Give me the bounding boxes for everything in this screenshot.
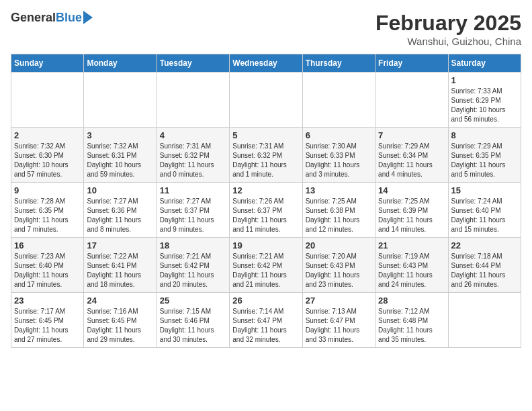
day-number: 9 [14,185,81,195]
day-number: 27 [306,295,372,306]
day-number: 12 [232,185,299,195]
day-info-text: Sunrise: 7:27 AM [160,197,226,206]
day-info-text: Daylight: 11 hours and 4 minutes. [378,161,445,179]
day-info-text: Sunset: 6:44 PM [451,261,518,271]
day-info-text: Sunrise: 7:18 AM [451,252,518,261]
calendar-day-cell: 14Sunrise: 7:25 AMSunset: 6:39 PMDayligh… [375,183,448,238]
day-info-text: Daylight: 11 hours and 21 minutes. [232,271,299,289]
day-info-text: Daylight: 11 hours and 1 minute. [232,161,299,179]
calendar-week-row: 9Sunrise: 7:28 AMSunset: 6:35 PMDaylight… [11,183,521,238]
calendar-day-cell: 1Sunrise: 7:33 AMSunset: 6:29 PMDaylight… [448,73,521,128]
day-info-text: Daylight: 11 hours and 12 minutes. [306,216,372,234]
day-info-text: Daylight: 11 hours and 3 minutes. [306,161,372,179]
day-info-text: Sunset: 6:38 PM [306,206,372,216]
day-of-week-header: Monday [84,54,157,73]
day-info-text: Sunrise: 7:23 AM [14,252,81,261]
calendar-day-cell: 8Sunrise: 7:29 AMSunset: 6:35 PMDaylight… [448,128,521,183]
calendar-day-cell: 26Sunrise: 7:14 AMSunset: 6:47 PMDayligh… [230,293,302,348]
day-info-text: Daylight: 11 hours and 24 minutes. [378,271,445,289]
day-info-text: Sunrise: 7:20 AM [306,252,372,261]
day-info-text: Sunset: 6:40 PM [14,261,81,271]
calendar-day-cell: 24Sunrise: 7:16 AMSunset: 6:45 PMDayligh… [84,293,157,348]
calendar-day-cell [157,73,229,128]
day-info-text: Daylight: 11 hours and 8 minutes. [87,216,153,234]
calendar-day-cell: 18Sunrise: 7:21 AMSunset: 6:42 PMDayligh… [157,238,229,293]
day-number: 10 [87,185,153,195]
day-info-text: Sunrise: 7:14 AM [232,307,299,316]
day-info-text: Sunset: 6:45 PM [87,316,153,326]
day-info-text: Daylight: 11 hours and 30 minutes. [160,326,226,345]
month-title: February 2025 [375,11,521,36]
calendar-table: SundayMondayTuesdayWednesdayThursdayFrid… [11,54,521,348]
day-info-text: Daylight: 11 hours and 20 minutes. [160,271,226,289]
calendar-day-cell: 23Sunrise: 7:17 AMSunset: 6:45 PMDayligh… [11,293,84,348]
calendar-day-cell: 28Sunrise: 7:12 AMSunset: 6:48 PMDayligh… [375,293,448,348]
calendar-day-cell: 11Sunrise: 7:27 AMSunset: 6:37 PMDayligh… [157,183,229,238]
day-number: 26 [232,295,299,306]
calendar-day-cell: 27Sunrise: 7:13 AMSunset: 6:47 PMDayligh… [302,293,375,348]
day-info-text: Sunrise: 7:26 AM [232,197,299,206]
day-info-text: Sunrise: 7:29 AM [378,142,445,151]
day-number: 2 [14,130,81,140]
logo-general-text: General [11,11,56,25]
day-number: 8 [451,130,518,140]
day-info-text: Sunset: 6:48 PM [378,316,445,326]
day-info-text: Sunset: 6:32 PM [232,151,299,161]
day-info-text: Sunset: 6:43 PM [378,261,445,271]
calendar-day-cell [11,73,84,128]
day-number: 24 [87,295,153,306]
day-info-text: Sunset: 6:31 PM [87,151,153,161]
day-info-text: Daylight: 10 hours and 56 minutes. [451,105,518,124]
calendar-day-cell: 15Sunrise: 7:24 AMSunset: 6:40 PMDayligh… [448,183,521,238]
calendar-day-cell [230,73,302,128]
day-info-text: Daylight: 11 hours and 11 minutes. [232,216,299,234]
day-info-text: Sunrise: 7:13 AM [306,307,372,316]
calendar-day-cell: 12Sunrise: 7:26 AMSunset: 6:37 PMDayligh… [230,183,302,238]
day-number: 1 [451,75,518,85]
day-info-text: Sunset: 6:35 PM [451,151,518,161]
day-number: 14 [378,185,445,195]
day-info-text: Sunset: 6:37 PM [160,206,226,216]
logo: General Blue [11,11,93,25]
calendar-day-cell: 13Sunrise: 7:25 AMSunset: 6:38 PMDayligh… [302,183,375,238]
day-of-week-header: Tuesday [157,54,229,73]
day-of-week-header: Saturday [448,54,521,73]
day-info-text: Sunrise: 7:21 AM [232,252,299,261]
day-info-text: Sunset: 6:47 PM [306,316,372,326]
title-section: February 2025 Wanshui, Guizhou, China [375,11,521,47]
day-info-text: Sunset: 6:30 PM [14,151,81,161]
day-info-text: Sunset: 6:29 PM [451,96,518,105]
day-info-text: Daylight: 11 hours and 7 minutes. [14,216,81,234]
day-number: 21 [378,240,445,250]
day-info-text: Daylight: 11 hours and 17 minutes. [14,271,81,289]
calendar-day-cell [375,73,448,128]
calendar-day-cell: 21Sunrise: 7:19 AMSunset: 6:43 PMDayligh… [375,238,448,293]
day-info-text: Sunset: 6:33 PM [306,151,372,161]
location-text: Wanshui, Guizhou, China [375,36,521,47]
day-number: 5 [232,130,299,140]
calendar-day-cell [448,293,521,348]
day-info-text: Sunrise: 7:32 AM [14,142,81,151]
day-number: 19 [232,240,299,250]
day-number: 28 [378,295,445,306]
day-of-week-header: Friday [375,54,448,73]
day-info-text: Sunrise: 7:31 AM [160,142,226,151]
day-info-text: Sunset: 6:36 PM [87,206,153,216]
page-header: General Blue February 2025 Wanshui, Guiz… [11,11,521,47]
day-info-text: Sunrise: 7:12 AM [378,307,445,316]
day-info-text: Sunrise: 7:30 AM [306,142,372,151]
day-info-text: Sunrise: 7:32 AM [87,142,153,151]
calendar-day-cell: 4Sunrise: 7:31 AMSunset: 6:32 PMDaylight… [157,128,229,183]
calendar-day-cell [302,73,375,128]
day-info-text: Sunset: 6:43 PM [306,261,372,271]
day-info-text: Sunrise: 7:15 AM [160,307,226,316]
day-number: 7 [378,130,445,140]
logo-arrow-icon [83,11,93,24]
calendar-week-row: 16Sunrise: 7:23 AMSunset: 6:40 PMDayligh… [11,238,521,293]
day-info-text: Daylight: 11 hours and 23 minutes. [306,271,372,289]
day-info-text: Daylight: 11 hours and 35 minutes. [378,326,445,345]
day-info-text: Daylight: 11 hours and 32 minutes. [232,326,299,345]
calendar-day-cell: 3Sunrise: 7:32 AMSunset: 6:31 PMDaylight… [84,128,157,183]
day-number: 22 [451,240,518,250]
calendar-day-cell: 2Sunrise: 7:32 AMSunset: 6:30 PMDaylight… [11,128,84,183]
